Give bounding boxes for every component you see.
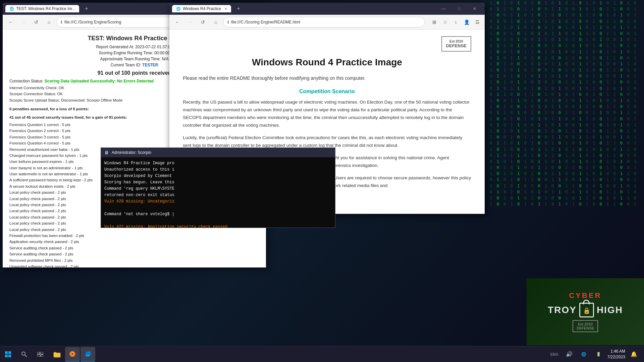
- readme-para-1: Recently, the US passed a bill to allow …: [183, 99, 471, 129]
- browser2-tab-label: Windows R4 Practice: [183, 6, 221, 11]
- svg-rect-3: [8, 355, 11, 357]
- svg-rect-0: [5, 351, 8, 354]
- taskbar-volume-icon[interactable]: 🔊: [563, 348, 575, 360]
- readme-intro: Please read the entire README thoroughly…: [183, 74, 471, 82]
- search-button[interactable]: [16, 346, 32, 362]
- browser2-menu-icon[interactable]: ☰: [473, 17, 482, 27]
- term-line-1: Windows R4 Practice Image pro: [104, 160, 332, 166]
- svg-line-5: [25, 355, 27, 357]
- svg-point-13: [71, 353, 73, 355]
- lock-shackle: [583, 300, 590, 304]
- browser1-security-icon: ℹ: [61, 20, 62, 24]
- taskbar-battery-icon[interactable]: 🔋: [593, 348, 605, 360]
- browser2-profile-icon[interactable]: 👤: [462, 17, 471, 27]
- cyber-defense-logo: Est 2010 DEFENSE: [573, 320, 598, 332]
- taskbar-right: ENG 🔊 🌐 🔋 1:46 AM 7/22/2023 🔔: [548, 348, 644, 360]
- term-line-2: Unauthorized access to this i: [104, 167, 332, 173]
- browser1-tab[interactable]: 🌐 TEST: Windows R4 Practice Im... ✕: [5, 5, 79, 12]
- browser2-forward[interactable]: →: [185, 17, 196, 27]
- team-id-value: TESTER: [142, 63, 158, 67]
- cyber-defense-year: Est 2010: [577, 322, 594, 326]
- defense-year: Est 2010: [446, 40, 467, 43]
- term-line-4: Scoring has begun. Leave this: [104, 179, 332, 185]
- browser1-url: file:///C:/Scoring Engine/Scoring: [64, 20, 121, 24]
- troy-high-area: TROY 🔒 HIGH: [548, 303, 623, 317]
- taskbar-apps: [50, 347, 95, 362]
- svg-point-4: [22, 352, 25, 355]
- terminal-icon: 🖥: [104, 150, 109, 155]
- start-button[interactable]: [0, 346, 16, 362]
- browser1-tab-label: TEST: Windows R4 Practice Im...: [16, 6, 75, 11]
- cyber-defense-text: DEFENSE: [577, 326, 594, 330]
- taskbar: ENG 🔊 🌐 🔋 1:46 AM 7/22/2023 🔔: [0, 346, 644, 362]
- taskbar-clock[interactable]: 1:46 AM 7/22/2023: [607, 349, 625, 360]
- browser1-forward[interactable]: →: [18, 17, 29, 27]
- browser2-new-tab[interactable]: +: [234, 4, 243, 13]
- troy-text: TROY: [548, 305, 577, 315]
- term-line-5: Command 'reg query HKLM\SYSTE: [104, 186, 332, 192]
- cyber-logo-inner: CYBER TROY 🔒 HIGH Est 2010 DEFENSE: [527, 278, 644, 345]
- browser1-new-tab[interactable]: +: [82, 4, 91, 13]
- term-line-10: [104, 218, 332, 224]
- browser1-tab-close[interactable]: ✕: [79, 7, 79, 11]
- taskbar-app-explorer[interactable]: [50, 347, 64, 362]
- taskbar-notification-bell[interactable]: 🔔: [628, 348, 640, 360]
- browser1-home[interactable]: ⌂: [44, 17, 54, 27]
- browser2-tab-close[interactable]: ✕: [224, 7, 227, 11]
- svg-rect-6: [37, 352, 40, 354]
- cyber-logo: CYBER TROY 🔒 HIGH Est 2010 DEFENSE: [527, 278, 644, 345]
- taskbar-network-icon[interactable]: 🌐: [578, 348, 590, 360]
- terminal-body: Windows R4 Practice Image pro Unauthoriz…: [101, 157, 335, 228]
- term-line-11: Vuln #22 missing: Application security c…: [104, 224, 332, 228]
- browser2-bookmark-icon[interactable]: ☆: [440, 17, 450, 27]
- scoring-item-19: Firewall protection has been enabled - 2…: [9, 233, 259, 239]
- term-line-8: [104, 205, 332, 211]
- defense-logo-area: Est 2010 DEFENSE: [183, 36, 471, 52]
- browser1-refresh[interactable]: ↺: [31, 17, 42, 27]
- readme-section-title: Competition Scenario: [183, 88, 471, 95]
- browser1-back[interactable]: ←: [5, 17, 16, 27]
- browser2-home[interactable]: ⌂: [210, 17, 221, 27]
- taskbar-time-value: 1:46 AM: [607, 349, 625, 354]
- browser1-address-bar[interactable]: ℹ file:///C:/Scoring Engine/Scoring: [56, 17, 182, 27]
- scoring-item-23: Removed prohibited MP4 files - 2 pts: [9, 257, 259, 263]
- term-line-7: Vuln #20 missing: Uncategoriz: [104, 198, 332, 204]
- browser2-maximize[interactable]: □: [452, 4, 467, 14]
- scoring-item-24: Unwanted software check passed - 2 pts: [9, 263, 259, 267]
- browser2-extensions-icon[interactable]: ⊞: [430, 17, 439, 27]
- term-line-9: Command 'net share votelog$ |: [104, 211, 332, 217]
- terminal-window: 🖥 Administrator: Scorpio Windows R4 Prac…: [101, 147, 335, 228]
- taskbar-app-edge[interactable]: [80, 347, 95, 362]
- svg-rect-2: [5, 355, 8, 357]
- scoring-item-20: Application security check passed - 2 pt…: [9, 239, 259, 245]
- term-line-6: returned non-zero exit status: [104, 192, 332, 198]
- browser2-address-bar[interactable]: ℹ file:///C:/Scoring Engine/README.html: [223, 17, 425, 27]
- browser2-tab[interactable]: 🌐 Windows R4 Practice ✕: [172, 5, 231, 12]
- browser2-window-controls: — □ ✕: [436, 4, 482, 14]
- defense-logo: Est 2010 DEFENSE: [441, 36, 471, 52]
- defense-text: DEFENSE: [446, 43, 467, 48]
- browser2-minimize[interactable]: —: [436, 4, 451, 14]
- readme-title: Windows Round 4 Practice Image: [183, 57, 471, 68]
- browser2-url: file:///C:/Scoring Engine/README.html: [231, 20, 300, 24]
- svg-rect-9: [41, 355, 43, 357]
- taskbar-app-firefox[interactable]: [65, 347, 80, 362]
- browser2-sync-icon[interactable]: ↕: [451, 17, 461, 27]
- browser2-refresh[interactable]: ↺: [198, 17, 208, 27]
- scoring-item-21: Service auditing check passed - 2 pts: [9, 245, 259, 251]
- taskbar-date-value: 7/22/2023: [607, 354, 625, 360]
- svg-rect-8: [37, 355, 40, 357]
- browser2-toolbar: ⊞ ☆ ↕ 👤 ☰: [430, 17, 482, 27]
- term-line-3: Scorpio developed by Clement: [104, 173, 332, 179]
- browser2-close[interactable]: ✕: [467, 4, 482, 14]
- task-view-button[interactable]: [32, 346, 48, 362]
- terminal-titlebar: 🖥 Administrator: Scorpio: [101, 148, 335, 157]
- matrix-background: 1 0 1 0 0 1 1 0 1 0 1 1 0 1 0 0 1 1 0 1 …: [490, 0, 644, 208]
- connection-status-value: Scoring Data Uploaded Successfully: No E…: [45, 79, 154, 83]
- high-text: HIGH: [597, 305, 623, 315]
- taskbar-language-icon[interactable]: ENG: [548, 348, 560, 360]
- desktop: 1 0 1 0 0 1 1 0 1 0 1 1 0 1 0 0 1 1 0 1 …: [0, 0, 644, 362]
- browser2-controls: ← → ↺ ⌂ ℹ file:///C:/Scoring Engine/READ…: [169, 15, 485, 29]
- svg-rect-7: [40, 352, 43, 354]
- browser2-back[interactable]: ←: [172, 17, 183, 27]
